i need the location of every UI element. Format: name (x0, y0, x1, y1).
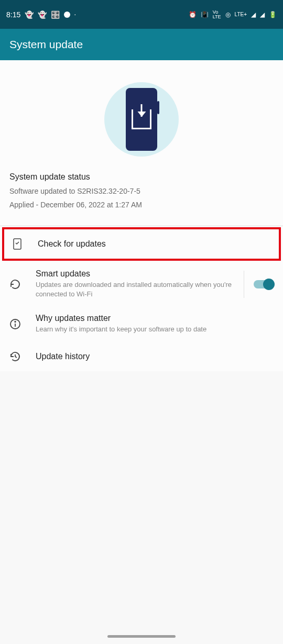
notification-icon: 🎛️ (51, 10, 60, 19)
hotspot-icon: ◎ (225, 11, 231, 18)
battery-icon: 🔋 (269, 11, 277, 18)
volte-icon: VoLTE (213, 10, 221, 19)
signal-icon-2: ◢ (260, 11, 265, 18)
smart-updates-desc: Updates are downloaded and installed aut… (36, 280, 234, 299)
download-icon (132, 109, 151, 129)
smart-updates-container: Smart updates Updates are downloaded and… (0, 262, 283, 306)
check-updates-title: Check for updates (38, 239, 271, 249)
page-title: System update (9, 38, 83, 51)
status-left: 8:15 👻 👻 🎛️ • (6, 10, 75, 19)
why-updates-row[interactable]: Why updates matter Learn why it's import… (0, 306, 283, 341)
dot-icon (64, 12, 70, 18)
check-updates-icon (12, 238, 23, 250)
hero-image (0, 60, 283, 172)
check-updates-highlight: Check for updates (2, 227, 281, 261)
content-area: System update status Software updated to… (0, 60, 283, 371)
update-history-title: Update history (36, 352, 274, 361)
divider (0, 226, 283, 226)
snapchat-icon-2: 👻 (38, 10, 47, 19)
why-updates-title: Why updates matter (36, 314, 274, 323)
smart-updates-title: Smart updates (36, 269, 234, 279)
status-heading: System update status (9, 172, 274, 182)
refresh-icon (9, 279, 21, 290)
status-applied-line: Applied - December 06, 2022 at 1:27 AM (9, 201, 274, 209)
smart-updates-row[interactable]: Smart updates Updates are downloaded and… (0, 262, 244, 306)
history-icon (9, 351, 21, 362)
vibrate-icon: 📳 (201, 11, 209, 18)
status-right: ⏰ 📳 VoLTE ◎ LTE+ ◢ ◢ 🔋 (189, 10, 277, 19)
status-software-line: Software updated to S2RIS32.32-20-7-5 (9, 187, 274, 195)
check-updates-row[interactable]: Check for updates (4, 229, 279, 259)
info-icon (9, 318, 21, 330)
phone-illustration (126, 88, 157, 151)
phone-circle (104, 82, 179, 157)
status-time: 8:15 (6, 10, 20, 19)
smart-updates-toggle[interactable] (254, 280, 274, 288)
alarm-icon: ⏰ (189, 11, 197, 18)
signal-icon: ◢ (251, 11, 256, 18)
app-bar: System update (0, 29, 283, 60)
snapchat-icon: 👻 (25, 10, 34, 19)
smart-updates-toggle-area (244, 271, 283, 298)
svg-point-3 (15, 321, 16, 323)
nav-handle[interactable] (107, 635, 176, 638)
lte-label: LTE+ (235, 12, 247, 17)
why-updates-desc: Learn why it's important to keep your so… (36, 325, 274, 334)
system-status-bar: 8:15 👻 👻 🎛️ • ⏰ 📳 VoLTE ◎ LTE+ ◢ ◢ 🔋 (0, 0, 283, 29)
update-history-row[interactable]: Update history (0, 342, 283, 371)
status-section: System update status Software updated to… (0, 172, 283, 226)
small-dot-icon: • (74, 13, 75, 16)
